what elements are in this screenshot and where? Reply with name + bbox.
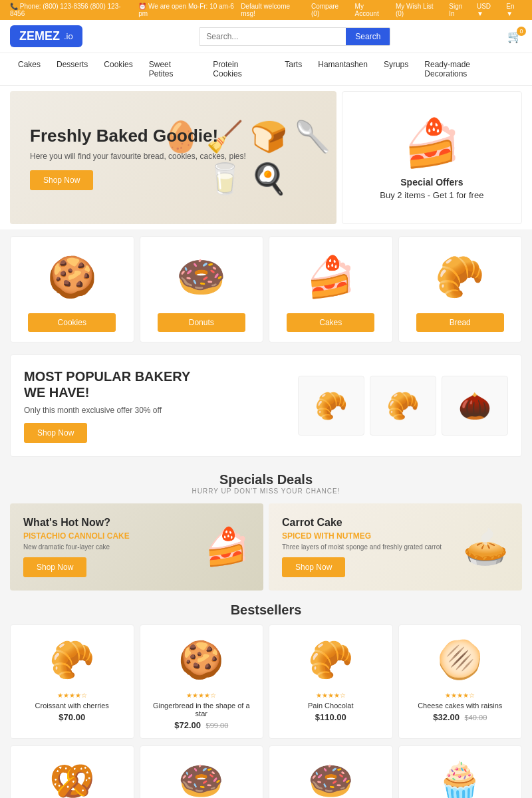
hot-card-1-image: 🍰 [204, 525, 250, 569]
nav-protein-cookies[interactable]: Protein Cookies [205, 53, 277, 85]
category-section: 🍪 Cookies 🍩 Donuts 🍰 Cakes 🥐 Bread [0, 229, 532, 349]
product-4-stars: ★★★★☆ [407, 692, 514, 699]
product-4-name: Cheese cakes with raisins [407, 702, 514, 710]
hero-cta-button[interactable]: Shop Now [30, 170, 93, 190]
product-3-stars: ★★★★☆ [277, 692, 384, 699]
wishlist-link[interactable]: My Wish List (0) [396, 3, 441, 17]
hero-subtitle: Here you will find your favourite bread,… [30, 152, 246, 161]
product-card-4: 🫓 ★★★★☆ Cheese cakes with raisins $32.00… [398, 624, 523, 739]
cakes-button[interactable]: Cakes [287, 313, 374, 332]
hero-text: Freshly Baked Goodie! Here you will find… [30, 126, 246, 190]
top-bar-right: Default welcome msg! Compare (0) My Acco… [241, 3, 522, 17]
hero-main: Freshly Baked Goodie! Here you will find… [10, 91, 336, 224]
special-offer-image: 🍰 [403, 116, 461, 170]
language-link[interactable]: En ▼ [506, 3, 522, 17]
cookies-button[interactable]: Cookies [28, 313, 116, 332]
cart-badge: 0 [517, 27, 526, 36]
category-grid: 🍪 Cookies 🍩 Donuts 🍰 Cakes 🥐 Bread [10, 236, 522, 342]
products-grid: 🥐 ★★★★☆ Croissant with cherries $70.00 🍪… [10, 624, 522, 739]
donuts-image: 🍩 [147, 247, 257, 307]
hot-card-1-headline: What's Hot Now? [23, 517, 198, 529]
product-2-image: 🍪 [148, 633, 255, 686]
product-2-current-price: $72.00 [174, 720, 201, 730]
nav-sweet-petites[interactable]: Sweet Petites [141, 53, 205, 85]
product-3-current-price: $110.00 [315, 712, 346, 722]
popular-text: MOST POPULAR BAKERY WE HAVE! Only this m… [24, 368, 201, 443]
popular-subtitle: Only this month exclusive offer 30% off [24, 406, 201, 415]
hot-card-2-text: Carrot Cake SPICED WITH NUTMEG Three lay… [282, 517, 456, 577]
category-card-donuts: 🍩 Donuts [140, 236, 264, 342]
category-card-cakes: 🍰 Cakes [269, 236, 393, 342]
nav-cakes[interactable]: Cakes [10, 53, 49, 85]
compare-link[interactable]: Compare (0) [311, 3, 347, 17]
egg2-icon: 🍳 [250, 161, 287, 196]
logo[interactable]: ZEMEZ .io [10, 25, 82, 47]
bottom-product-1-image: 🥨 [19, 754, 126, 798]
phone-text: 📞 Phone: (800) 123-8356 (800) 123-8456 [10, 3, 130, 17]
category-card-bread: 🥐 Bread [398, 236, 523, 342]
product-4-old-price: $40.00 [465, 714, 487, 722]
header: ZEMEZ .io Search 🛒 0 [0, 20, 532, 53]
product-3-image: 🥐 [277, 633, 384, 686]
popular-item-3: 🌰 [442, 376, 508, 436]
hot-card-2-cta[interactable]: Shop Now [282, 557, 345, 577]
product-card-3: 🥐 ★★★★☆ Pain Chocolat $110.00 [269, 624, 393, 739]
product-4-image: 🫓 [407, 633, 514, 686]
nav-hamantashen[interactable]: Hamantashen [310, 53, 376, 85]
account-link[interactable]: My Account [355, 3, 388, 17]
product-1-current-price: $70.00 [59, 712, 85, 722]
hot-card-1-cta[interactable]: Shop Now [23, 557, 86, 577]
bottom-product-3: 🍩 [269, 745, 393, 798]
product-card-1: 🥐 ★★★★☆ Croissant with cherries $70.00 [10, 624, 134, 739]
search-bar: Search [199, 27, 390, 46]
bottom-product-2-image: 🍩 [148, 754, 255, 798]
product-4-price: $32.00 $40.00 [407, 712, 514, 722]
popular-item-2: 🥐 [370, 376, 436, 436]
special-offers-title: Special Offers [400, 177, 463, 188]
hot-card-2-image: 🥧 [463, 525, 509, 569]
search-input[interactable] [200, 28, 346, 45]
currency-link[interactable]: USD ▼ [477, 3, 498, 17]
popular-cta-button[interactable]: Shop Now [24, 423, 87, 443]
hero-section: Freshly Baked Goodie! Here you will find… [0, 86, 532, 229]
product-3-price: $110.00 [277, 712, 384, 722]
product-2-old-price: $99.00 [206, 722, 229, 730]
hero-special-offers: 🍰 Special Offers Buy 2 items - Get 1 for… [342, 91, 522, 224]
nav-desserts[interactable]: Desserts [49, 53, 96, 85]
welcome-link[interactable]: Default welcome msg! [241, 3, 303, 17]
bottom-product-1: 🥨 [10, 745, 134, 798]
hot-card-2-description: Three layers of moist sponge and freshly… [282, 543, 456, 551]
bottom-product-3-image: 🍩 [277, 754, 384, 798]
nav-ready-made[interactable]: Ready-made Decorations [416, 53, 522, 85]
product-1-image: 🥐 [19, 633, 126, 686]
hot-card-1-description: New dramatic four-layer cake [23, 543, 198, 551]
product-1-price: $70.00 [19, 712, 126, 722]
specials-title: Specials Deals [10, 472, 522, 487]
popular-title: MOST POPULAR BAKERY WE HAVE! [24, 368, 201, 400]
special-offers-text: Buy 2 items - Get 1 for free [380, 190, 483, 200]
nav-cookies[interactable]: Cookies [96, 53, 140, 85]
bread-button[interactable]: Bread [416, 313, 504, 332]
nav-tarts[interactable]: Tarts [277, 53, 310, 85]
nav-syrups[interactable]: Syrups [376, 53, 416, 85]
product-1-name: Croissant with cherries [19, 702, 126, 710]
cart-icon[interactable]: 🛒 0 [507, 29, 522, 44]
bread-image: 🥐 [406, 247, 515, 307]
bottom-product-4-image: 🧁 [407, 754, 514, 798]
cakes-image: 🍰 [276, 247, 386, 307]
popular-items: 🥐 🥐 🌰 [214, 376, 509, 436]
specials-section: Specials Deals HURRY UP DON'T MISS YOUR … [0, 462, 532, 498]
signin-link[interactable]: Sign In [449, 3, 469, 17]
hot-section: What's Hot Now? PISTACHIO CANNOLI CAKE N… [10, 503, 522, 591]
logo-text: ZEMEZ [19, 29, 60, 43]
specials-subtitle: HURRY UP DON'T MISS YOUR CHANCE! [10, 487, 522, 495]
hero-title: Freshly Baked Goodie! [30, 126, 246, 146]
popular-section: MOST POPULAR BAKERY WE HAVE! Only this m… [10, 354, 522, 457]
logo-suffix: .io [64, 31, 73, 41]
hot-card-2-headline: Carrot Cake [282, 517, 456, 529]
donuts-button[interactable]: Donuts [158, 313, 245, 332]
bottom-product-2: 🍩 [140, 745, 264, 798]
hot-card-1-product: PISTACHIO CANNOLI CAKE [23, 531, 198, 541]
search-button[interactable]: Search [346, 28, 390, 45]
bestsellers-section: Bestsellers 🥐 ★★★★☆ Croissant with cherr… [0, 596, 532, 745]
